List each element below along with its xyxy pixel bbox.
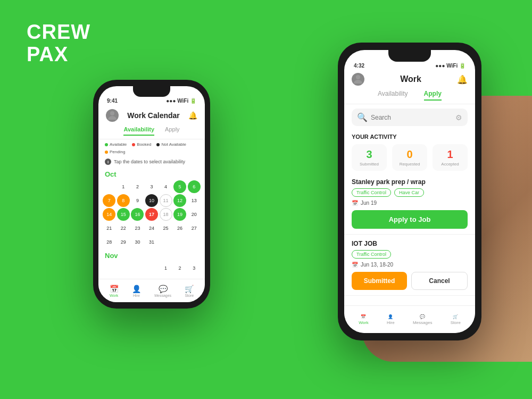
store-icon-left: 🛒: [185, 285, 194, 293]
cal-day[interactable]: [117, 262, 130, 275]
info-icon: i: [105, 159, 111, 165]
cal-day[interactable]: [103, 180, 115, 193]
nav-work-left[interactable]: 📅 Work: [110, 285, 119, 297]
messages-icon: 💬: [159, 285, 168, 293]
legend-not-available: Not Available: [156, 142, 186, 147]
requested-label: Requested: [400, 162, 420, 167]
nav-messages-right[interactable]: 💬 Messages: [413, 314, 432, 325]
tab-availability[interactable]: Availability: [123, 126, 154, 136]
nav-work-right[interactable]: 📅 Work: [359, 314, 369, 325]
activity-accepted: 1 Accepted: [433, 144, 468, 171]
calendar-legend: Available Booked Not Available Pending: [98, 139, 205, 157]
cal-day[interactable]: 1: [160, 262, 172, 275]
cal-day[interactable]: 18: [160, 208, 172, 221]
cal-day[interactable]: 8: [117, 194, 130, 207]
cal-day[interactable]: [131, 262, 144, 275]
cal-day[interactable]: 24: [145, 222, 158, 235]
right-time: 4:32: [354, 63, 364, 69]
job-tags-1: Traffic Control Have Car: [352, 188, 468, 197]
cal-day[interactable]: 26: [173, 222, 186, 235]
logo-line1: CREW: [27, 21, 90, 44]
cal-day[interactable]: 2: [131, 180, 144, 193]
right-bottom-nav: 📅 Work 👤 Hire 💬 Messages 🛒 Store: [344, 305, 475, 333]
cal-day[interactable]: 31: [145, 236, 158, 248]
job-date-1: 📅 Jun 19: [352, 200, 468, 206]
cal-day[interactable]: 3: [145, 180, 158, 193]
left-tabs: Availability Apply: [98, 124, 205, 139]
search-input[interactable]: [371, 114, 452, 121]
job-tag-traffic-control-2: Traffic Control: [352, 250, 391, 259]
cal-day[interactable]: 9: [131, 194, 144, 207]
calendar-icon-1: 📅: [352, 200, 358, 206]
october-calendar: 1234567891011121314151617181920212223242…: [98, 179, 205, 250]
cal-day[interactable]: 11: [160, 194, 172, 207]
right-screen: 4:32 ●●● WiFi 🔋 Work 🔔 Availability Appl…: [344, 50, 475, 333]
cal-day[interactable]: 30: [131, 236, 144, 248]
cal-day[interactable]: 27: [188, 222, 201, 235]
bell-icon: 🔔: [188, 111, 197, 120]
submitted-row: Submitted Cancel: [352, 272, 468, 290]
svg-point-1: [356, 75, 360, 79]
cal-day[interactable]: 22: [117, 222, 130, 235]
cal-day[interactable]: 17: [145, 208, 158, 221]
cal-day[interactable]: 2: [173, 262, 186, 275]
left-status-icons: ●●● WiFi 🔋: [166, 98, 196, 104]
cal-day[interactable]: 10: [145, 194, 158, 207]
cal-day[interactable]: 16: [131, 208, 144, 221]
messages-icon-right: 💬: [420, 314, 425, 319]
requested-count: 0: [406, 148, 412, 161]
nav-store-right[interactable]: 🛒 Store: [451, 314, 461, 325]
tab-apply-left[interactable]: Apply: [165, 126, 180, 136]
job-card-1: Stanley park prep / wrap Traffic Control…: [344, 173, 475, 235]
legend-dot-pending: [105, 151, 108, 154]
cal-day[interactable]: [145, 262, 158, 275]
filter-icon[interactable]: ⚙: [455, 113, 462, 122]
submitted-button[interactable]: Submitted: [352, 272, 407, 290]
cal-day[interactable]: 21: [103, 222, 115, 235]
nav-hire-right[interactable]: 👤 Hire: [387, 314, 395, 325]
cal-day[interactable]: 1: [117, 180, 130, 193]
nav-store-left[interactable]: 🛒 Store: [185, 285, 194, 297]
tab-apply-right[interactable]: Apply: [424, 90, 442, 101]
cal-day[interactable]: 15: [117, 208, 130, 221]
legend-pending: Pending: [105, 149, 125, 154]
tab-availability-right[interactable]: Availability: [378, 90, 408, 101]
right-header: Work 🔔: [344, 71, 475, 88]
cal-day[interactable]: 29: [117, 236, 130, 248]
cal-day[interactable]: 25: [160, 222, 172, 235]
cal-day[interactable]: 20: [188, 208, 201, 221]
tap-hint: i Tap the dates to select availability: [98, 157, 205, 168]
cal-day[interactable]: 28: [103, 236, 115, 248]
left-phone: 9:41 ●●● WiFi 🔋 Work Calendar 🔔 Availabi…: [93, 80, 210, 309]
accepted-count: 1: [447, 148, 453, 161]
cal-day[interactable]: 3: [188, 262, 201, 275]
cancel-button[interactable]: Cancel: [411, 272, 468, 290]
cal-day[interactable]: 14: [103, 208, 115, 221]
cal-day[interactable]: 5: [173, 180, 186, 193]
cal-day[interactable]: 13: [188, 194, 201, 207]
legend-available: Available: [105, 142, 127, 147]
nav-hire-left[interactable]: 👤 Hire: [132, 285, 141, 297]
right-avatar: [352, 73, 364, 86]
cal-day[interactable]: 23: [131, 222, 144, 235]
cal-day[interactable]: 19: [173, 208, 186, 221]
right-phone: 4:32 ●●● WiFi 🔋 Work 🔔 Availability Appl…: [338, 43, 481, 340]
search-bar[interactable]: 🔍 ⚙: [352, 109, 468, 126]
activity-submitted: 3 Submitted: [352, 144, 387, 171]
avatar: [106, 109, 119, 122]
submitted-count: 3: [366, 148, 372, 161]
cal-day[interactable]: 7: [103, 194, 115, 207]
apply-to-job-button[interactable]: Apply to Job: [352, 210, 468, 229]
nav-messages-left[interactable]: 💬 Messages: [154, 285, 171, 297]
cal-day[interactable]: 12: [173, 194, 186, 207]
cal-day[interactable]: 6: [188, 180, 201, 193]
cal-day[interactable]: [103, 262, 115, 275]
job-title-2: IOT JOB: [352, 240, 468, 247]
cal-day[interactable]: 4: [160, 180, 172, 193]
activity-title: YOUR ACTIVITY: [352, 134, 468, 140]
activity-section: YOUR ACTIVITY 3 Submitted 0 Requested 1 …: [344, 130, 475, 173]
left-screen: 9:41 ●●● WiFi 🔋 Work Calendar 🔔 Availabi…: [98, 86, 205, 302]
search-icon: 🔍: [357, 112, 368, 122]
logo-line2: PAX: [27, 44, 90, 66]
hire-icon-right: 👤: [388, 314, 393, 319]
